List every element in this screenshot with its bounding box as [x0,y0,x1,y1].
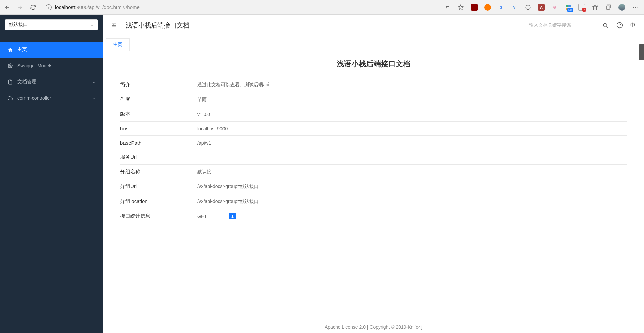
forward-button[interactable] [17,4,23,11]
collections-icon[interactable] [605,4,612,11]
help-button[interactable] [616,22,623,29]
profile-avatar-icon[interactable] [618,4,625,11]
info-value [197,154,627,160]
extension-orange-icon[interactable] [484,4,491,11]
svg-point-9 [633,7,634,7]
info-label: 接口统计信息 [120,213,197,219]
translate-icon[interactable]: ⇄ [444,4,451,11]
ublock-icon[interactable] [471,4,478,11]
menu-fold-icon [111,22,117,29]
info-value: /v2/api-docs?group=默认接口 [197,183,627,190]
api-group-select[interactable]: 默认接口 ⌄ [5,19,98,30]
footer-text: Apache License 2.0 | Copyright © 2019- [325,324,408,330]
info-label: 分组location [120,198,197,205]
info-label: host [120,126,197,131]
search-input[interactable] [528,20,595,30]
tabs-bar: 主页 [103,36,644,51]
home-icon [7,47,13,52]
chevron-down-icon: ⌄ [90,22,94,27]
svg-point-16 [603,23,607,27]
info-value: /v2/api-docs?group=默认接口 [197,198,627,205]
svg-line-17 [606,26,607,27]
main-area: 浅语小栈后端接口文档 中 主页 浅语小栈后端接口文档 简介 通过此文档可以 [103,15,644,333]
content-area: 浅语小栈后端接口文档 简介 通过此文档可以查看、测试后端api 作者 芊雨 版本… [103,51,644,333]
badge-count: 58 [567,8,573,12]
info-label: 版本 [120,111,197,117]
sidebar-item-label: 主页 [17,47,27,53]
svg-point-1 [526,5,530,10]
url-text: localhost:9000/api/v1/doc.html#/home [55,4,140,10]
doc-title: 浅语小栈后端接口文档 [120,59,627,69]
arrow-left-icon [4,4,10,10]
back-button[interactable] [4,4,11,11]
extension-calendar-icon[interactable]: 7 [578,4,585,11]
footer-link[interactable]: Knife4j [408,324,422,330]
extension-icons: ⇄ G V A ◕ 58 7 [444,4,640,11]
sidebar-menu: 主页 Swagger Models 文档管理 ⌄ comm-controller… [0,42,103,106]
extension-blocks-icon[interactable]: 58 [565,4,572,11]
extension-a-icon[interactable]: A [538,4,545,11]
info-label: 服务Url [120,154,197,160]
info-row-groupurl: 分组Url /v2/api-docs?group=默认接口 [120,179,627,194]
side-panel-handle[interactable] [639,44,644,60]
info-label: 作者 [120,96,197,103]
sidebar: 默认接口 ⌄ 主页 Swagger Models 文档管理 ⌄ comm-con… [0,15,103,333]
model-icon [7,63,13,68]
info-row-author: 作者 芊雨 [120,92,627,107]
svg-point-10 [635,7,636,7]
info-row-basepath: basePath /api/v1 [120,136,627,150]
info-value: localhost:9000 [197,126,627,131]
sidebar-item-label: comm-controller [17,95,51,101]
info-row-grouplocation: 分组location /v2/api-docs?group=默认接口 [120,194,627,209]
collapse-sidebar-button[interactable] [111,22,117,29]
info-row-stats: 接口统计信息 GET 1 [120,209,627,223]
svg-point-12 [9,65,11,66]
svg-marker-5 [593,5,598,9]
sidebar-item-label: Swagger Models [17,63,52,68]
language-button[interactable]: 中 [630,22,635,29]
info-value: /api/v1 [197,140,627,146]
extension-circle-icon[interactable] [525,4,531,11]
app-header: 浅语小栈后端接口文档 中 [103,15,644,36]
sidebar-item-swagger-models[interactable]: Swagger Models [0,58,103,74]
sidebar-item-doc-manage[interactable]: 文档管理 ⌄ [0,74,103,90]
favorites-star-icon[interactable] [592,4,598,11]
svg-rect-3 [568,5,571,7]
extension-blue-v-icon[interactable]: V [511,4,518,11]
svg-rect-2 [566,5,568,7]
info-label: 分组Url [120,183,197,190]
svg-point-11 [637,7,637,7]
info-value: 芊雨 [197,96,627,103]
extension-cat-icon[interactable]: ◕ [551,4,558,11]
browser-toolbar: i localhost:9000/api/v1/doc.html#/home ⇄… [0,0,644,15]
more-menu-icon[interactable] [632,4,639,11]
info-row-serviceurl: 服务Url [120,150,627,165]
tab-home[interactable]: 主页 [106,38,130,51]
sidebar-item-comm-controller[interactable]: comm-controller ⌄ [0,90,103,106]
info-row-version: 版本 v1.0.0 [120,107,627,122]
info-value: v1.0.0 [197,111,627,117]
info-row-groupname: 分组名称 默认接口 [120,165,627,179]
tab-label: 主页 [113,42,122,47]
app-title: 浅语小栈后端接口文档 [126,21,189,30]
sidebar-item-home[interactable]: 主页 [0,42,103,58]
favorite-icon[interactable] [457,4,464,11]
info-icon: i [46,4,52,10]
info-row-host: host localhost:9000 [120,122,627,136]
address-bar[interactable]: i localhost:9000/api/v1/doc.html#/home [42,2,438,12]
search-button[interactable] [602,22,609,29]
cloud-icon [7,96,13,101]
info-value: 默认接口 [197,169,627,175]
svg-marker-0 [458,5,463,9]
refresh-icon [30,4,36,10]
stats-count-badge: 1 [229,213,236,219]
google-translate-icon[interactable]: G [498,4,504,11]
info-value: GET 1 [197,213,627,219]
info-value: 通过此文档可以查看、测试后端api [197,81,627,88]
info-label: basePath [120,140,197,146]
help-icon [616,22,623,29]
refresh-button[interactable] [30,4,36,11]
chevron-down-icon: ⌄ [92,96,95,100]
info-label: 简介 [120,81,197,88]
footer: Apache License 2.0 | Copyright © 2019-Kn… [103,321,644,333]
